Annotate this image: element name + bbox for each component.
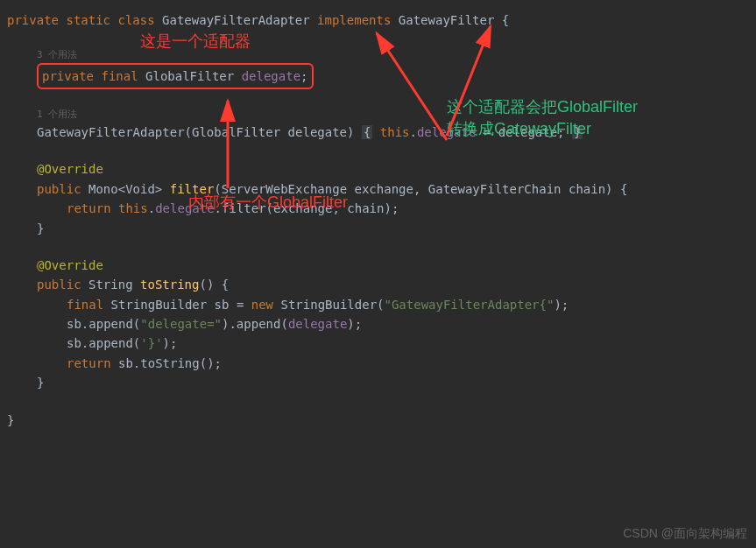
field-ref: delegate (288, 317, 347, 331)
keyword-this: this (380, 125, 410, 139)
final-close-brace: } (7, 413, 14, 427)
keyword-public: public (37, 182, 81, 196)
append-end: ); (163, 336, 178, 350)
sb-ctor: StringBuilder (281, 298, 378, 312)
keyword-final: final (101, 69, 138, 83)
keyword-final: final (67, 298, 103, 312)
return-type: String (88, 278, 133, 292)
return-expr: sb.toString(); (118, 356, 222, 370)
open-brace: { (502, 13, 509, 27)
method-name: toString (140, 278, 199, 292)
class-name: GatewayFilterAdapter (162, 13, 310, 27)
semicolon: ; (300, 69, 307, 83)
sb-return: return sb.toString(); (7, 354, 749, 373)
close-brace: } (37, 376, 44, 390)
field-declaration: private final GlobalFilter delegate; (7, 63, 749, 89)
tostring-method: public String toString() { (7, 275, 749, 294)
keyword-class: class (117, 13, 154, 27)
keyword-return: return (67, 356, 111, 370)
append-call: sb.append( (67, 336, 140, 350)
param1-name: exchange (355, 182, 413, 196)
keyword-private: private (7, 13, 59, 27)
code-editor: private static class GatewayFilterAdapte… (7, 11, 749, 430)
annotation-globalfilter-label: 内部有一个GlobalFilter (188, 190, 348, 215)
annotation-adapter-label: 这是一个适配器 (140, 29, 251, 54)
sb-var: sb (215, 298, 230, 312)
append-call: sb.append( (67, 317, 140, 331)
interface-name: GatewayFilter (399, 13, 495, 27)
class-declaration: private static class GatewayFilterAdapte… (7, 11, 749, 30)
field-type: GlobalFilter (145, 69, 234, 83)
override-annotation: @Override (37, 258, 103, 272)
sb-append1: sb.append("delegate=").append(delegate); (7, 314, 749, 334)
append-chain: ).append( (222, 317, 288, 331)
close-brace: } (37, 221, 44, 235)
ctor-name: GatewayFilterAdapter (37, 125, 185, 139)
char-literal: '}' (140, 336, 162, 350)
annotation-convert-label: 这个适配器会把GlobalFilter转换成GatewayFilter (447, 96, 638, 140)
keyword-implements: implements (317, 13, 391, 27)
open-brace: { (222, 278, 229, 292)
param2-type: GatewayFilterChain (428, 182, 562, 196)
keyword-this: this (118, 201, 148, 215)
keyword-new: new (251, 298, 273, 312)
highlight-box: private final GlobalFilter delegate; (37, 63, 314, 89)
sb-append2: sb.append('}'); (7, 334, 749, 353)
usage-hint-1: 3 个用法 (7, 47, 749, 63)
string-literal: "GatewayFilterAdapter{" (385, 298, 555, 312)
keyword-static: static (66, 13, 110, 27)
keyword-private: private (42, 69, 94, 83)
field-name: delegate (242, 69, 300, 83)
watermark: CSDN @面向架构编程 (623, 523, 747, 543)
filter-return: return this.delegate.filter(exchange, ch… (7, 199, 749, 218)
keyword-public: public (37, 278, 81, 292)
open-brace: { (620, 182, 627, 196)
append-end: ); (347, 317, 362, 331)
param-type: GlobalFilter (192, 125, 280, 139)
brace-open: { (362, 125, 372, 139)
filter-method: public Mono<Void> filter(ServerWebExchan… (7, 179, 749, 199)
string-literal: "delegate=" (140, 317, 222, 331)
sb-declare: final StringBuilder sb = new StringBuild… (7, 295, 749, 314)
override-annotation: @Override (37, 162, 103, 176)
keyword-return: return (67, 201, 111, 215)
param2-name: chain (569, 182, 605, 196)
return-type: Mono<Void> (88, 182, 162, 196)
param-name: delegate (288, 125, 347, 139)
sb-type: StringBuilder (111, 298, 208, 312)
